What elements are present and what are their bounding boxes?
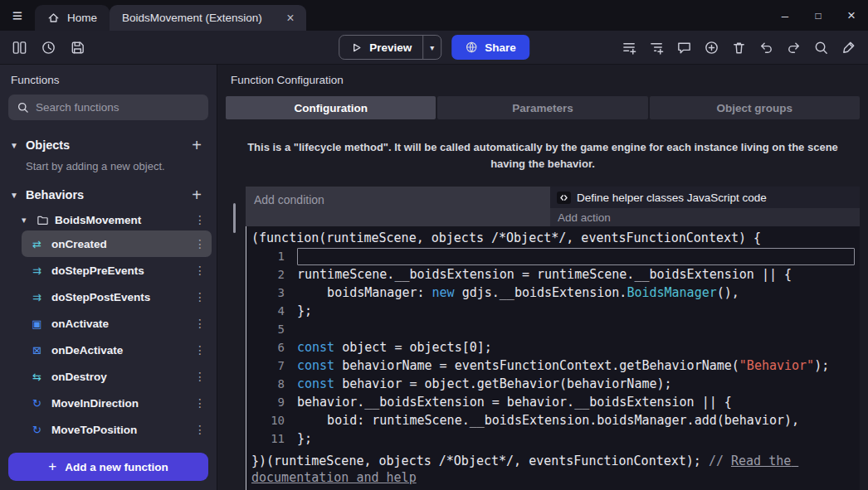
sidebar-item-oncreated[interactable]: ⇄onCreated⋮ bbox=[22, 230, 212, 257]
add-event-icon[interactable] bbox=[620, 38, 639, 57]
theme-icon[interactable] bbox=[839, 38, 858, 57]
function-label: onDeActivate bbox=[51, 344, 186, 357]
kebab-menu-icon[interactable]: ⋮ bbox=[193, 396, 207, 410]
action-column: Define helper classes JavaScript code Ad… bbox=[550, 187, 860, 226]
chevron-down-icon[interactable]: ▼ bbox=[8, 141, 20, 150]
add-behavior-icon[interactable]: + bbox=[188, 187, 205, 203]
sidebar-section-objects[interactable]: ▼ Objects + bbox=[0, 131, 217, 159]
function-list: ⇄onCreated⋮⇉doStepPreEvents⋮⇉doStepPostE… bbox=[0, 230, 217, 443]
project-manager-icon[interactable] bbox=[10, 38, 29, 57]
kebab-menu-icon[interactable]: ⋮ bbox=[193, 370, 207, 383]
preview-button-main[interactable]: Preview bbox=[339, 41, 422, 54]
kebab-menu-icon[interactable]: ⋮ bbox=[193, 290, 207, 303]
kebab-menu-icon[interactable]: ⋮ bbox=[193, 317, 207, 330]
code-footer: })(runtimeScene, objects /*Object*/, eve… bbox=[251, 453, 855, 486]
add-circle-icon[interactable] bbox=[702, 38, 721, 57]
add-condition-button[interactable]: Add condition bbox=[246, 187, 550, 226]
chevron-down-icon[interactable]: ▾ bbox=[22, 215, 31, 226]
kebab-menu-icon[interactable]: ⋮ bbox=[193, 264, 207, 277]
add-object-icon[interactable]: + bbox=[188, 137, 205, 153]
tab-configuration[interactable]: Configuration bbox=[226, 96, 436, 119]
drag-handle[interactable] bbox=[233, 203, 236, 233]
function-label: MoveToPosition bbox=[51, 424, 186, 436]
code-editor[interactable]: (function(runtimeScene, objects /*Object… bbox=[246, 226, 860, 490]
sidebar-item-movetoposition[interactable]: ↻MoveToPosition⋮ bbox=[22, 416, 212, 443]
javascript-code-icon bbox=[557, 192, 571, 204]
search-icon bbox=[17, 101, 29, 114]
comment-icon[interactable] bbox=[675, 38, 694, 57]
js-code-event[interactable]: Add condition Define helper classes Java… bbox=[246, 187, 860, 490]
titlebar: ≡ Home BoidsMovement (Extension) × – □ × bbox=[0, 0, 868, 31]
share-button[interactable]: Share bbox=[451, 35, 529, 60]
delete-icon[interactable] bbox=[729, 38, 749, 57]
search-box[interactable] bbox=[8, 95, 208, 120]
menu-icon[interactable]: ≡ bbox=[0, 0, 35, 31]
sidebar-item-dosteppostevents[interactable]: ⇉doStepPostEvents⋮ bbox=[22, 284, 212, 310]
tab-extension[interactable]: BoidsMovement (Extension) × bbox=[110, 5, 306, 31]
globe-icon bbox=[465, 41, 478, 54]
code-line-10: 10 boid: runtimeScene.__boidsExtension.b… bbox=[251, 411, 855, 429]
save-icon[interactable] bbox=[68, 38, 87, 57]
sidebar-section-behaviors[interactable]: ▼ Behaviors + bbox=[0, 181, 217, 209]
function-label: onActivate bbox=[51, 318, 186, 330]
kebab-menu-icon[interactable]: ⋮ bbox=[193, 423, 207, 436]
sidebar-item-onactivate[interactable]: ▣onActivate⋮ bbox=[22, 310, 212, 337]
configuration-tabs: ConfigurationParametersObject groups bbox=[226, 96, 860, 119]
sidebar-item-ondestroy[interactable]: ⇆onDestroy⋮ bbox=[22, 363, 212, 390]
history-icon[interactable] bbox=[39, 38, 58, 57]
kebab-menu-icon[interactable]: ⋮ bbox=[193, 213, 207, 226]
redo-icon[interactable] bbox=[784, 38, 803, 57]
functions-panel: Functions ▼ Objects + Start by adding a … bbox=[0, 65, 217, 490]
chevron-down-icon[interactable]: ▼ bbox=[8, 191, 20, 200]
behavior-icon: ↻ bbox=[30, 424, 44, 436]
close-tab-icon[interactable]: × bbox=[283, 11, 298, 26]
preview-label: Preview bbox=[369, 41, 412, 54]
deactivate-icon: ⊠ bbox=[30, 344, 44, 357]
line-number: 6 bbox=[251, 341, 285, 354]
code-text[interactable]: boid: runtimeScene.__boidsExtension.boid… bbox=[285, 411, 855, 429]
code-text[interactable] bbox=[297, 248, 855, 265]
step-icon: ⇉ bbox=[30, 264, 44, 277]
code-text[interactable]: const behaviorName = eventsFunctionConte… bbox=[285, 357, 855, 375]
folder-icon bbox=[37, 214, 49, 226]
tab-object-groups[interactable]: Object groups bbox=[650, 96, 860, 119]
undo-icon[interactable] bbox=[757, 38, 776, 57]
add-function-button[interactable]: + Add a new function bbox=[8, 453, 208, 481]
code-line-8: 8const behavior = object.getBehavior(beh… bbox=[251, 375, 855, 393]
tab-parameters[interactable]: Parameters bbox=[437, 96, 647, 119]
add-action-button[interactable]: Add action bbox=[550, 208, 860, 226]
code-text[interactable]: const behavior = object.getBehavior(beha… bbox=[285, 375, 855, 393]
minimize-button[interactable]: – bbox=[768, 0, 802, 31]
code-text[interactable]: const object = objects[0]; bbox=[285, 338, 855, 357]
functions-panel-title: Functions bbox=[0, 65, 217, 94]
code-text[interactable]: }; bbox=[285, 302, 855, 320]
sidebar-item-dosteppreevents[interactable]: ⇉doStepPreEvents⋮ bbox=[22, 257, 212, 284]
maximize-button[interactable]: □ bbox=[802, 0, 835, 31]
kebab-menu-icon[interactable]: ⋮ bbox=[193, 343, 207, 357]
sidebar-item-moveindirection[interactable]: ↻MoveInDirection⋮ bbox=[22, 390, 212, 416]
tab-home[interactable]: Home bbox=[35, 5, 110, 31]
play-icon bbox=[350, 41, 363, 54]
preview-button[interactable]: Preview ▾ bbox=[339, 35, 441, 60]
search-icon[interactable] bbox=[812, 38, 831, 57]
close-button[interactable]: × bbox=[835, 0, 868, 31]
destroy-icon: ⇆ bbox=[30, 371, 44, 383]
events-sheet: Add condition Define helper classes Java… bbox=[217, 187, 868, 490]
kebab-menu-icon[interactable]: ⋮ bbox=[193, 237, 207, 250]
code-text[interactable]: runtimeScene.__boidsExtension = runtimeS… bbox=[285, 265, 855, 284]
sidebar-item-ondeactivate[interactable]: ⊠onDeActivate⋮ bbox=[22, 337, 212, 363]
objects-empty-hint: Start by adding a new object. bbox=[0, 159, 217, 181]
tab-home-label: Home bbox=[67, 12, 97, 24]
toolbar-right-icons bbox=[620, 38, 858, 57]
code-text[interactable]: boidsManager: new gdjs.__boidsExtension.… bbox=[285, 284, 855, 302]
function-label: doStepPostEvents bbox=[51, 291, 186, 303]
chevron-down-icon[interactable]: ▾ bbox=[423, 43, 441, 52]
behavior-folder-boidsmovement[interactable]: ▾ BoidsMovement ⋮ bbox=[0, 209, 217, 230]
code-text[interactable]: }; bbox=[285, 429, 855, 448]
add-subevent-icon[interactable] bbox=[647, 38, 666, 57]
created-icon: ⇄ bbox=[30, 238, 44, 250]
search-input[interactable] bbox=[36, 101, 200, 114]
code-text[interactable]: behavior.__boidsExtension = behavior.__b… bbox=[285, 393, 855, 411]
code-line-3: 3 boidsManager: new gdjs.__boidsExtensio… bbox=[251, 284, 855, 302]
code-lines: 12runtimeScene.__boidsExtension = runtim… bbox=[251, 247, 855, 448]
